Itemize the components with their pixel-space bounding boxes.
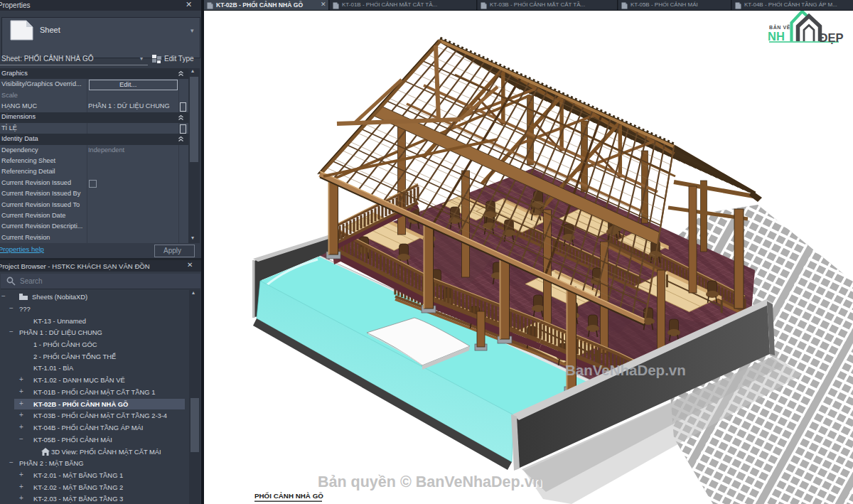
svg-text:BanVeNhaDep.vn: BanVeNhaDep.vn xyxy=(565,362,686,378)
svg-text:BẢN VẼ: BẢN VẼ xyxy=(769,24,790,30)
svg-text:Bản quyền © BanVeNhaDep.vn: Bản quyền © BanVeNhaDep.vn xyxy=(318,473,542,490)
svg-text:NH: NH xyxy=(768,30,785,43)
svg-text:PHỐI CẢNH NHÀ GỖ: PHỐI CẢNH NHÀ GỖ xyxy=(254,492,323,500)
svg-text:ĐẸP: ĐẸP xyxy=(820,31,844,44)
